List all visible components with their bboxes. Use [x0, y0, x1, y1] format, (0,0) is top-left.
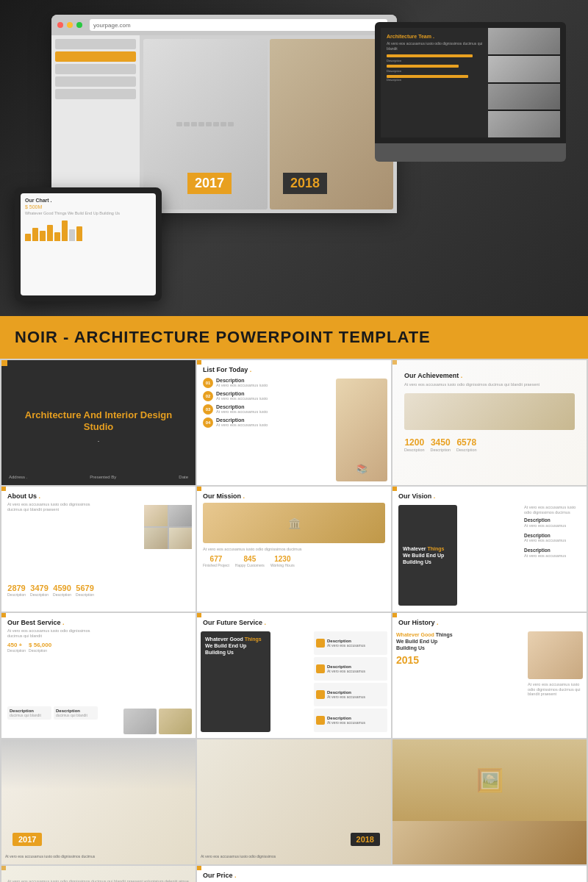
vision-item: Description At vero eos accusamus — [524, 517, 583, 528]
vision-item: Description At vero eos accusamus — [524, 533, 583, 543]
tablet-amount: $ 500M — [25, 204, 151, 209]
architecture-heading: Architecture And Interior Design Studio — [12, 409, 184, 432]
history-image — [528, 631, 583, 679]
presented-label: Presented By — [90, 475, 116, 479]
laptop-title: Architecture Team . — [387, 34, 482, 39]
menu-item — [55, 39, 136, 49]
corner-accent — [197, 360, 201, 365]
achievement-title: Our Achievement . — [404, 372, 575, 379]
list-item: 01 Description At vero eos accusamus ius… — [203, 378, 330, 388]
service-image — [159, 709, 192, 734]
slide-our-mission: Our Mission . 🏛️ At vero eos accusamus i… — [197, 487, 391, 612]
browser-left-panel — [51, 35, 140, 213]
mission-stat: 1230 Working Hours — [270, 555, 295, 567]
menu-item-active — [55, 51, 136, 62]
list-item: 02 Description At vero eos accusamus ius… — [203, 391, 330, 401]
tablet-bar — [32, 228, 38, 241]
list-item: 04 Description At vero eos accusamus ius… — [203, 417, 330, 428]
slide-our-achievement: Our Achievement . At vero eos accusamus … — [392, 360, 587, 485]
laptop-mockup: Architecture Team . At vero eos accusamu… — [375, 22, 566, 162]
tablet-bar — [62, 220, 68, 241]
studio-subtitle: . — [12, 436, 184, 443]
slide-our-vision: Our Vision . Whatever Things We Build En… — [392, 487, 587, 612]
laptop-bar-label: Description — [387, 69, 482, 73]
corner-accent — [197, 613, 201, 617]
achievement-item: 3450 Description — [431, 437, 451, 452]
laptop-bar-label: Description — [387, 59, 482, 62]
about-image-collage — [144, 505, 192, 549]
future-card: Description At vero eos accusamus — [314, 683, 387, 706]
slide-our-price: Our Price . Description $290 At vero eos… — [197, 866, 587, 882]
tablet-slide: Our Chart . $ 500M Whatever Good Things … — [21, 193, 156, 295]
slide-title-list: List For Today . — [203, 366, 385, 373]
laptop-bar — [387, 65, 459, 68]
future-card-icon — [316, 690, 325, 699]
mission-desc: At vero eos accusamus iusto odio digniss… — [203, 547, 385, 552]
laptop-screen-right — [488, 28, 560, 137]
slide-2017-desc: At vero eos accusamus iusto odio digniss… — [5, 854, 192, 859]
laptop-photo-3 — [488, 84, 560, 110]
banner-title: NOIR - ARCHITECTURE POWERPOINT TEMPLATE — [15, 328, 573, 347]
laptop-base — [375, 143, 566, 162]
corner-accent — [1, 487, 6, 491]
about-stat-item: 4590 Description — [53, 584, 71, 597]
slide-2019-desc: At vero eos accusamus iusto odio digniss… — [7, 879, 190, 882]
vision-main-text: Whatever Things We Build End Up Building… — [403, 545, 453, 565]
slide-our-history: Our History . Whatever Good Things We Bu… — [392, 613, 587, 738]
corner-accent — [1, 360, 7, 366]
future-main-text: Whatever Good Things We Build End Up Bui… — [205, 636, 266, 656]
future-left-panel: Whatever Good Things We Build End Up Bui… — [201, 631, 270, 732]
slide-about-us: About Us . At vero eos accusamus iusto o… — [1, 487, 196, 612]
service-desc-cards: Description ducimus qui blandit Descript… — [7, 706, 98, 720]
laptop-screen-left: Architecture Team . At vero eos accusamu… — [381, 28, 488, 137]
best-service-title: Our Best Service . — [7, 619, 190, 626]
price-title: Our Price . — [203, 872, 581, 879]
about-stat-item: 2879 Description — [7, 584, 26, 597]
slide-list-for-today: List For Today . 01 Description At vero … — [197, 360, 391, 485]
address-label: Address . — [9, 475, 27, 479]
browser-main-panel — [140, 35, 397, 213]
vision-desc: At vero eos accusamus iusto odio digniss… — [524, 505, 583, 514]
history-title: Our History . — [398, 619, 581, 626]
achievement-content: Our Achievement . At vero eos accusamus … — [398, 366, 581, 458]
corner-accent — [392, 613, 397, 617]
laptop-photo-2 — [488, 56, 560, 82]
menu-item — [55, 64, 136, 74]
history-right: At vero eos accusamus iusto odio digniss… — [528, 631, 583, 732]
big-photo-bg: 🖼️ — [392, 739, 587, 864]
browser-bar: yourpage.com — [51, 15, 397, 35]
tablet-desc: Whatever Good Things We Build End Up Bui… — [25, 211, 151, 216]
tablet-bar — [54, 232, 60, 241]
laptop-bar — [387, 54, 473, 57]
year-2018-badge: 2018 — [283, 173, 327, 194]
about-stats: 2879 Description 3479 Description 4590 D… — [7, 584, 94, 597]
menu-item — [55, 76, 136, 87]
service-highlights: 450 + Description $ 56,000 Description — [7, 642, 190, 653]
corner-accent — [197, 487, 201, 491]
laptop-screen-content: Architecture Team . At vero eos accusamu… — [381, 28, 560, 137]
vision-item: Description At vero eos accusamus — [524, 548, 583, 558]
year-2017-label: 2017 — [12, 833, 42, 846]
slides-grid: Architecture And Interior Design Studio … — [0, 359, 588, 882]
tablet-mockup: Our Chart . $ 500M Whatever Good Things … — [15, 187, 162, 301]
service-desc-card: Description ducimus qui blandit — [54, 706, 98, 720]
slide-our-future-service: Our Future Service . Whatever Good Thing… — [197, 613, 391, 738]
slide-2019: At vero eos accusamus iusto odio digniss… — [1, 866, 196, 882]
corner-accent — [1, 613, 6, 617]
slide-main-content: Architecture And Interior Design Studio … — [12, 409, 184, 442]
year-2018-label: 2018 — [351, 833, 380, 846]
service-image — [123, 709, 157, 734]
laptop-photo-4 — [488, 111, 560, 137]
about-desc: At vero eos accusamus iusto odio digniss… — [7, 502, 96, 512]
future-card: Description At vero eos accusamus — [314, 631, 387, 655]
history-left: Whatever Good Things We Build End Up Bui… — [396, 631, 455, 732]
achievement-image — [404, 393, 575, 430]
achievement-item: 6578 Description — [456, 437, 477, 452]
slide-our-best-service: Our Best Service . At vero eos accusamus… — [1, 613, 196, 738]
future-card: Description At vero eos accusamus — [314, 657, 387, 681]
vision-right-panel: At vero eos accusamus iusto odio digniss… — [524, 505, 583, 606]
vision-title: Our Vision . — [398, 492, 581, 500]
achievement-desc: At vero eos accusamus iusto odio digniss… — [404, 382, 575, 387]
tablet-bar — [47, 225, 53, 241]
service-desc-card: Description ducimus qui blandit — [7, 706, 51, 720]
